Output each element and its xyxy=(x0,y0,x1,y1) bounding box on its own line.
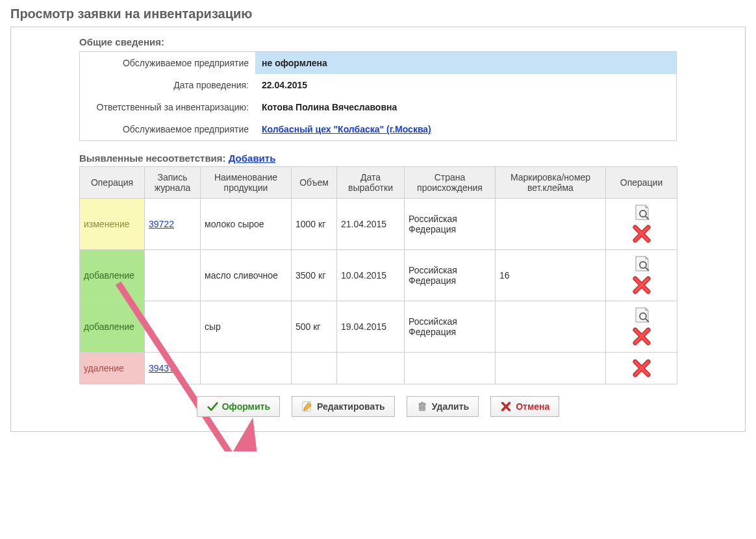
info-row: Дата проведения:22.04.2015 xyxy=(80,74,676,96)
product-cell: масло сливочное xyxy=(201,250,292,301)
pencil-icon xyxy=(301,401,313,412)
delete-row-icon[interactable] xyxy=(631,358,652,379)
table-row: изменение39722молоко сырое1000 кг21.04.2… xyxy=(80,199,677,250)
delete-row-icon[interactable] xyxy=(631,223,652,244)
date-cell xyxy=(337,353,405,384)
info-label: Обслуживаемое предприятие xyxy=(80,118,255,140)
journal-cell xyxy=(145,301,201,353)
operation-cell: добавление xyxy=(80,250,145,301)
toolbar: Оформить Редактировать xyxy=(79,396,677,417)
date-cell: 21.04.2015 xyxy=(337,199,405,250)
discrepancies-table: ОперацияЗапись журналаНаименование проду… xyxy=(79,166,677,384)
info-row: Ответственный за инвентаризацию:Котова П… xyxy=(80,96,676,118)
page-title: Просмотр заявки на инвентаризацию xyxy=(10,6,746,21)
info-label: Обслуживаемое предприятие xyxy=(80,52,255,74)
country-cell: Российская Федерация xyxy=(405,199,496,250)
info-label: Дата проведения: xyxy=(80,74,255,96)
submit-button[interactable]: Оформить xyxy=(197,396,280,417)
volume-cell: 3500 кг xyxy=(292,250,337,301)
delete-button[interactable]: Удалить xyxy=(407,396,479,417)
main-panel: Общие сведения: Обслуживаемое предприяти… xyxy=(10,27,746,432)
cancel-label: Отмена xyxy=(516,401,549,412)
general-section-title: Общие сведения: xyxy=(79,36,677,47)
edit-button[interactable]: Редактировать xyxy=(292,396,395,417)
check-icon xyxy=(207,401,218,412)
mark-cell xyxy=(496,199,606,250)
volume-cell xyxy=(292,353,337,384)
product-cell: сыр xyxy=(201,301,292,353)
view-row-icon[interactable] xyxy=(633,255,651,272)
info-value: Котова Полина Вячеславовна xyxy=(255,96,676,118)
info-value: не оформлена xyxy=(255,52,676,74)
general-info-box: Обслуживаемое предприятиене оформленаДат… xyxy=(79,51,677,141)
view-row-icon[interactable] xyxy=(633,204,651,221)
info-row: Обслуживаемое предприятиене оформлена xyxy=(80,52,676,74)
table-header: Операции xyxy=(606,167,677,199)
mark-cell xyxy=(496,353,606,384)
journal-cell: 39437 xyxy=(145,353,201,384)
operation-cell: изменение xyxy=(80,199,145,250)
table-header: Наименование продукции xyxy=(201,167,292,199)
submit-label: Оформить xyxy=(222,401,270,412)
info-value: Колбасный цех "Колбаска" (г.Москва) xyxy=(255,118,676,140)
cross-icon xyxy=(500,401,512,412)
operation-cell: добавление xyxy=(80,301,145,353)
mark-cell xyxy=(496,301,606,353)
discrepancies-title: Выявленные несоответствия: xyxy=(79,153,226,164)
trash-icon xyxy=(416,401,428,412)
view-row-icon[interactable] xyxy=(633,307,651,323)
table-header: Страна происхождения xyxy=(405,167,496,199)
product-cell: молоко сырое xyxy=(201,199,292,250)
table-header: Дата выработки xyxy=(337,167,405,199)
add-discrepancy-link[interactable]: Добавить xyxy=(229,153,276,164)
cancel-button[interactable]: Отмена xyxy=(490,396,559,417)
svg-rect-9 xyxy=(418,403,425,405)
table-header: Маркировка/номер вет.клейма xyxy=(496,167,606,199)
journal-link[interactable]: 39722 xyxy=(149,219,174,229)
actions-cell xyxy=(606,353,677,384)
journal-link[interactable]: 39437 xyxy=(149,363,174,373)
product-cell xyxy=(201,353,292,384)
delete-row-icon[interactable] xyxy=(631,326,652,347)
actions-cell xyxy=(606,199,677,250)
country-cell: Российская Федерация xyxy=(405,250,496,301)
actions-cell xyxy=(606,301,677,353)
delete-row-icon[interactable] xyxy=(631,275,652,295)
volume-cell: 500 кг xyxy=(292,301,337,353)
table-header: Запись журнала xyxy=(145,167,201,199)
info-value: 22.04.2015 xyxy=(255,74,676,96)
mark-cell: 16 xyxy=(496,250,606,301)
info-label: Ответственный за инвентаризацию: xyxy=(80,96,255,118)
journal-cell: 39722 xyxy=(145,199,201,250)
edit-label: Редактировать xyxy=(317,401,385,412)
journal-cell xyxy=(145,250,201,301)
country-cell: Российская Федерация xyxy=(405,301,496,353)
table-row: добавлениесыр500 кг19.04.2015Российская … xyxy=(80,301,677,353)
table-header: Объем xyxy=(292,167,337,199)
svg-rect-10 xyxy=(421,402,423,403)
date-cell: 19.04.2015 xyxy=(337,301,405,353)
country-cell xyxy=(405,353,496,384)
date-cell: 10.04.2015 xyxy=(337,250,405,301)
info-row: Обслуживаемое предприятиеКолбасный цех "… xyxy=(80,118,676,140)
delete-label: Удалить xyxy=(432,401,469,412)
operation-cell: удаление xyxy=(80,353,145,384)
table-header: Операция xyxy=(80,167,145,199)
actions-cell xyxy=(606,250,677,301)
discrepancies-header: Выявленные несоответствия: Добавить xyxy=(79,153,677,164)
table-row: удаление39437 xyxy=(80,353,677,384)
table-row: добавлениемасло сливочное3500 кг10.04.20… xyxy=(80,250,677,301)
enterprise-link[interactable]: Колбасный цех "Колбаска" (г.Москва) xyxy=(262,124,431,134)
volume-cell: 1000 кг xyxy=(292,199,337,250)
